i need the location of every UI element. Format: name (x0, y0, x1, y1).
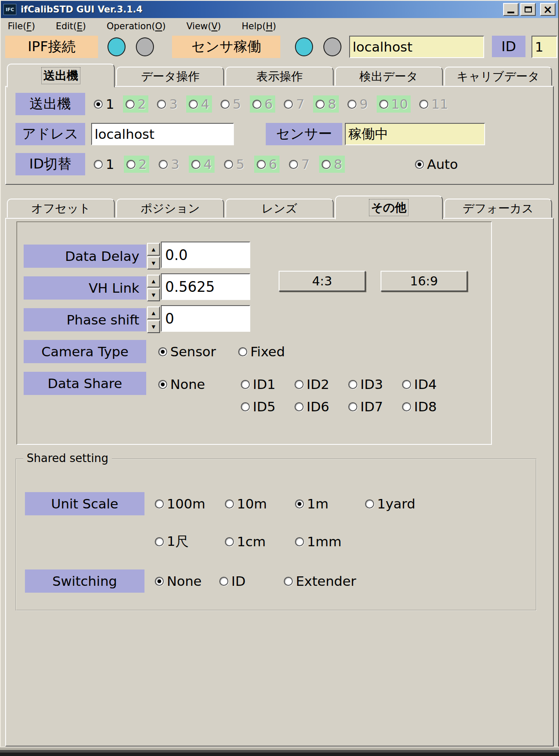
radio-icon[interactable] (348, 380, 357, 389)
radio-option-6: 6 (250, 95, 276, 113)
radio-option-ID3[interactable]: ID3 (348, 376, 402, 393)
radio-option-10m[interactable]: 10m (225, 495, 295, 512)
radio-option-label: ID (231, 573, 246, 589)
radio-option-ID7[interactable]: ID7 (348, 398, 402, 415)
menu-item-edit[interactable]: Edit(E) (56, 21, 86, 31)
close-button[interactable]: × (540, 3, 556, 16)
radio-icon[interactable] (155, 499, 164, 508)
radio-icon[interactable] (284, 577, 293, 586)
radio-option-3: 3 (154, 95, 180, 113)
aspect-16-9-button[interactable]: 16:9 (381, 271, 467, 291)
radio-option-1[interactable]: 1 (91, 95, 117, 113)
radio-option-1尺[interactable]: 1尺 (155, 532, 225, 551)
data-share-label: Data Share (24, 372, 146, 395)
data-share-radio-row-2: ID5ID6ID7ID8 (241, 395, 456, 418)
radio-option-None[interactable]: None (155, 572, 219, 590)
radio-icon[interactable] (238, 347, 247, 356)
radio-selected-icon[interactable] (158, 347, 167, 356)
radio-icon[interactable] (94, 160, 103, 169)
tab-その他[interactable]: その他 (335, 196, 443, 220)
radio-option-ID2[interactable]: ID2 (295, 376, 348, 393)
radio-option-ID5[interactable]: ID5 (241, 398, 295, 415)
sensor-status-field: 稼働中 (345, 123, 485, 145)
radio-option-ID1[interactable]: ID1 (241, 376, 295, 393)
menu-item-file[interactable]: File(F) (8, 21, 35, 31)
radio-icon[interactable] (365, 499, 374, 508)
radio-icon[interactable] (295, 537, 304, 546)
id-switch-radio-group: 12345678 (91, 153, 345, 175)
maximize-button[interactable] (520, 3, 536, 16)
spin-up-icon[interactable] (147, 275, 160, 288)
tab-ポジション[interactable]: ポジション (116, 199, 224, 218)
radio-option-1cm[interactable]: 1cm (225, 533, 295, 550)
radio-icon (159, 160, 168, 169)
aspect-4-3-button[interactable]: 4:3 (279, 271, 366, 291)
radio-option-1m[interactable]: 1m (295, 495, 365, 512)
spin-down-icon[interactable] (147, 320, 160, 333)
minimize-button[interactable] (503, 3, 519, 16)
radio-selected-icon[interactable] (415, 160, 424, 169)
menu-item-help[interactable]: Help(H) (242, 21, 276, 31)
radio-option-ID8[interactable]: ID8 (402, 398, 456, 415)
address-field[interactable] (91, 123, 234, 145)
radio-icon[interactable] (402, 380, 411, 389)
radio-icon[interactable] (348, 402, 357, 411)
radio-icon[interactable] (295, 402, 304, 411)
tab-キャリブデータ[interactable]: キャリブデータ (444, 67, 552, 86)
radio-icon[interactable] (225, 499, 234, 508)
radio-option-100m[interactable]: 100m (155, 495, 225, 512)
id-field[interactable] (531, 36, 557, 58)
radio-option-4: 4 (186, 95, 212, 113)
phase-shift-field[interactable] (161, 305, 250, 332)
radio-option-Auto[interactable]: Auto (412, 156, 461, 173)
radio-icon (347, 100, 356, 109)
radio-option-label: 8 (334, 156, 342, 172)
menubar: File(F)Edit(E)Operation(O)View(V)Help(H) (1, 18, 558, 34)
data-delay-field[interactable] (161, 242, 250, 268)
menu-item-view[interactable]: View(V) (186, 21, 221, 31)
vh-link-label: VH Link (24, 276, 146, 300)
ipf-status-off-lamp-icon (136, 37, 154, 56)
radio-icon[interactable] (155, 537, 164, 546)
radio-option-Extender[interactable]: Extender (284, 572, 348, 590)
radio-option-None[interactable]: None (156, 376, 208, 393)
radio-icon[interactable] (219, 577, 228, 586)
tab-デフォーカス[interactable]: デフォーカス (444, 199, 552, 218)
tab-レンズ[interactable]: レンズ (225, 199, 333, 218)
tab-検出データ[interactable]: 検出データ (335, 67, 443, 86)
radio-option-label: None (170, 376, 205, 392)
radio-icon[interactable] (225, 537, 234, 546)
radio-option-ID6[interactable]: ID6 (295, 398, 348, 415)
tab-オフセット[interactable]: オフセット (7, 199, 115, 218)
host-field[interactable] (349, 36, 484, 58)
radio-selected-icon[interactable] (155, 577, 164, 586)
vh-link-field[interactable] (161, 273, 250, 300)
radio-icon[interactable] (241, 380, 250, 389)
radio-option-1yard[interactable]: 1yard (365, 495, 435, 512)
radio-selected-icon[interactable] (295, 499, 304, 508)
tab-データ操作[interactable]: データ操作 (116, 67, 224, 86)
radio-option-1[interactable]: 1 (91, 156, 117, 173)
radio-icon[interactable] (402, 402, 411, 411)
menu-item-operation[interactable]: Operation(O) (107, 21, 166, 31)
radio-option-1mm[interactable]: 1mm (295, 533, 365, 550)
tab-label: デフォーカス (463, 201, 534, 216)
radio-option-Fixed[interactable]: Fixed (236, 343, 287, 360)
phase-shift-label: Phase shift (24, 308, 146, 331)
tab-label: 検出データ (359, 69, 418, 84)
spin-down-icon[interactable] (147, 257, 160, 269)
tab-表示操作[interactable]: 表示操作 (225, 67, 333, 86)
radio-option-Sensor[interactable]: Sensor (156, 343, 218, 360)
spin-up-icon[interactable] (147, 306, 160, 319)
spin-down-icon[interactable] (147, 288, 160, 301)
radio-icon[interactable] (295, 380, 304, 389)
radio-option-label: Sensor (170, 344, 216, 359)
spin-up-icon[interactable] (147, 243, 160, 256)
radio-selected-icon[interactable] (158, 380, 167, 389)
radio-option-label: 9 (359, 96, 368, 112)
radio-option-ID[interactable]: ID (219, 572, 284, 590)
radio-icon[interactable] (241, 402, 250, 411)
radio-option-ID4[interactable]: ID4 (402, 376, 456, 393)
radio-selected-icon[interactable] (94, 100, 103, 109)
tab-送出機[interactable]: 送出機 (7, 64, 115, 88)
